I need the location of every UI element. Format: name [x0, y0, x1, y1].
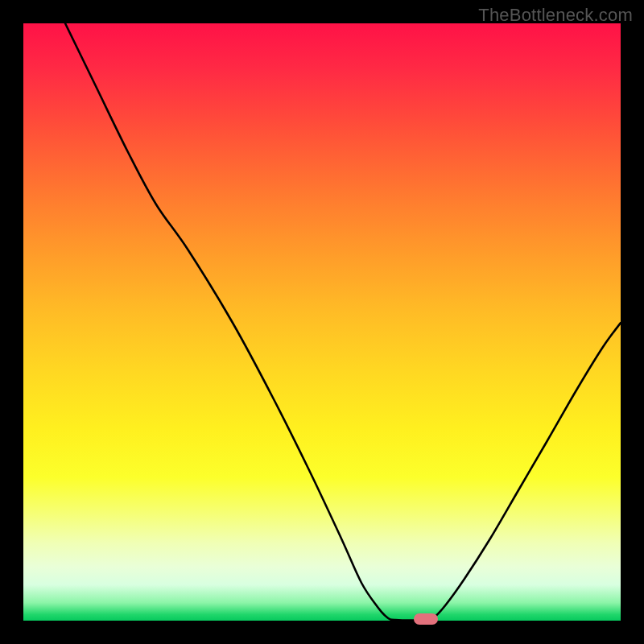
- watermark-text: TheBottleneck.com: [478, 5, 633, 26]
- chart-plot-area: [23, 23, 621, 621]
- chart-marker: [414, 613, 438, 625]
- chart-curve: [23, 23, 621, 621]
